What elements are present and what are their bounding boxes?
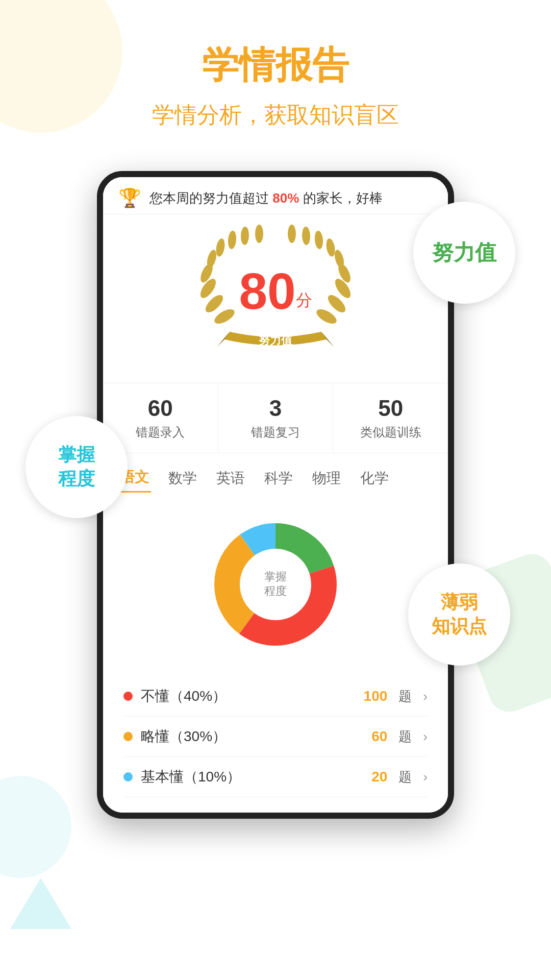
float-label-effort: 努力值 (413, 202, 515, 304)
legend-item-0[interactable]: 不懂（40%） 100 题 › (123, 676, 428, 717)
highlight-80: 80% (272, 190, 299, 206)
svg-point-9 (314, 306, 339, 326)
subtitle: 学情分析，获取知识盲区 (20, 100, 531, 130)
svg-point-0 (212, 306, 237, 326)
svg-point-7 (240, 227, 249, 246)
legend-arrow-2: › (423, 769, 428, 785)
legend-unit-0: 题 (398, 688, 412, 705)
stat-number-2: 50 (338, 396, 443, 421)
tab-science[interactable]: 科学 (262, 464, 295, 492)
svg-point-16 (302, 227, 310, 246)
score-section: 努力值 80分 (103, 214, 448, 383)
svg-point-5 (215, 238, 226, 257)
tab-english[interactable]: 英语 (214, 464, 247, 492)
stat-label-0: 错题录入 (108, 424, 213, 440)
score-unit: 分 (296, 291, 312, 309)
svg-text:努力值: 努力值 (258, 334, 293, 347)
float-label-mastery: 掌握程度 (26, 416, 128, 518)
legend-dot-0 (123, 692, 133, 701)
svg-text:掌握: 掌握 (264, 570, 287, 583)
legend-unit-2: 题 (398, 768, 412, 786)
legend-list: 不懂（40%） 100 题 › 略懂（30%） 60 题 › 基本懂 (103, 671, 448, 813)
legend-count-0: 100 (364, 688, 388, 704)
svg-point-14 (325, 238, 336, 257)
phone-mockup: 🏆 您本周的努力值超过 80% 的家长，好棒 (97, 171, 454, 819)
donut-svg: 掌握 程度 (204, 513, 347, 656)
phone-screen: 🏆 您本周的努力值超过 80% 的家长，好棒 (103, 177, 448, 813)
legend-item-1[interactable]: 略懂（30%） 60 题 › (123, 717, 428, 757)
tab-chemistry[interactable]: 化学 (358, 464, 391, 492)
svg-text:程度: 程度 (264, 584, 287, 597)
notification-bar: 🏆 您本周的努力值超过 80% 的家长，好棒 (103, 177, 448, 214)
legend-label-2: 基本懂（10%） (141, 767, 363, 787)
donut-chart: 掌握 程度 (204, 513, 347, 656)
stat-item-2: 50 类似题训练 (333, 383, 448, 453)
tab-physics[interactable]: 物理 (310, 464, 343, 492)
notification-text: 您本周的努力值超过 80% 的家长，好棒 (149, 189, 433, 207)
stat-item-1: 3 错题复习 (218, 383, 334, 453)
stat-number-1: 3 (223, 396, 328, 421)
stat-label-1: 错题复习 (223, 424, 328, 440)
main-title: 学情报告 (20, 41, 531, 90)
score-display: 80分 (239, 265, 312, 316)
subject-tabs: 语文 数学 英语 科学 物理 化学 (103, 453, 448, 503)
legend-count-2: 20 (371, 769, 387, 785)
stats-row: 60 错题录入 3 错题复习 50 类似题训练 (103, 383, 448, 453)
legend-label-1: 略懂（30%） (141, 727, 363, 746)
svg-point-15 (314, 230, 323, 249)
score-number: 80 (239, 262, 295, 320)
legend-label-0: 不懂（40%） (141, 687, 356, 706)
legend-dot-1 (123, 732, 133, 741)
legend-arrow-1: › (423, 729, 428, 745)
legend-arrow-0: › (423, 689, 428, 704)
tab-math[interactable]: 数学 (166, 464, 199, 492)
effort-label-text: 努力值 (432, 238, 496, 267)
weak-label-text: 薄弱知识点 (432, 591, 487, 639)
header-section: 学情报告 学情分析，获取知识盲区 (0, 0, 551, 151)
chart-section: 掌握 程度 (103, 503, 448, 671)
trophy-icon: 🏆 (118, 187, 141, 209)
float-label-weak: 薄弱知识点 (408, 564, 510, 666)
stat-label-2: 类似题训练 (338, 424, 443, 440)
mastery-label-text: 掌握程度 (58, 443, 95, 491)
legend-dot-2 (123, 772, 133, 781)
legend-unit-1: 题 (398, 728, 412, 746)
svg-point-6 (227, 230, 237, 249)
laurel-container: 努力值 80分 (194, 225, 357, 368)
stat-number-0: 60 (108, 396, 213, 421)
phone-container: 努力值 掌握程度 薄弱知识点 🏆 您本周的努力值超过 80% 的家长，好棒 (66, 171, 485, 819)
svg-point-17 (288, 225, 296, 243)
legend-item-2[interactable]: 基本懂（10%） 20 题 › (123, 757, 428, 797)
main-content: 学情报告 学情分析，获取知识盲区 努力值 掌握程度 薄弱知识点 🏆 您本周的努力… (0, 0, 551, 839)
svg-point-8 (255, 225, 263, 243)
legend-count-1: 60 (371, 728, 387, 745)
bg-triangle-bottom-left (10, 878, 71, 929)
